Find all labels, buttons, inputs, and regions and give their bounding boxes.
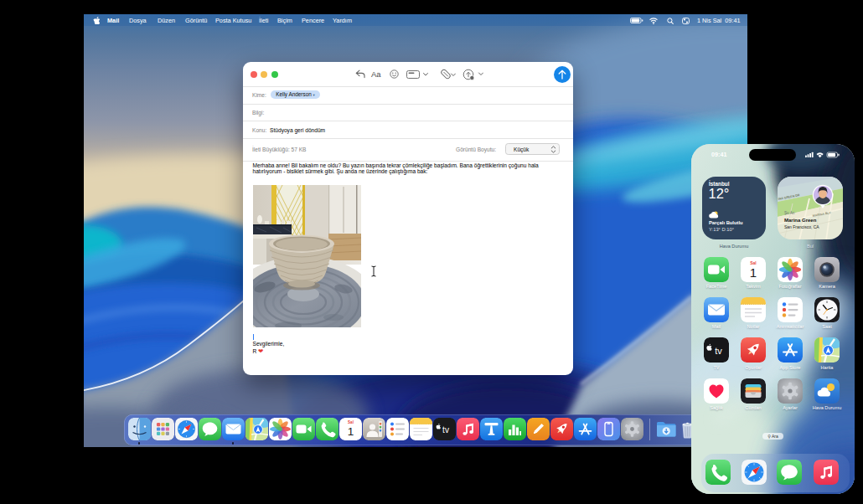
svg-text:1: 1 (750, 265, 757, 279)
svg-text:Şu An: Şu An (784, 211, 795, 215)
svg-text:tv: tv (715, 346, 722, 356)
svg-text:Marina Green: Marina Green (784, 218, 817, 223)
svg-text:tv: tv (442, 425, 449, 435)
svg-text:Sal: Sal (348, 420, 354, 424)
svg-text:San Francisco, CA: San Francisco, CA (784, 224, 819, 229)
svg-text:1: 1 (347, 425, 354, 438)
